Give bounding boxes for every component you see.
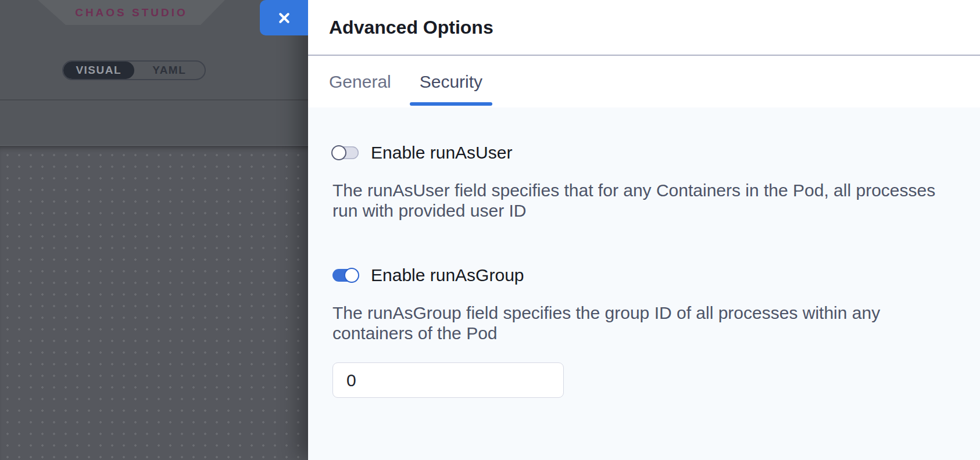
chaos-studio-backdrop: CHAOS STUDIO VISUAL YAML bbox=[0, 0, 308, 460]
tab-general-label: General bbox=[329, 72, 391, 92]
run-as-group-input[interactable] bbox=[332, 362, 564, 398]
tab-security[interactable]: Security bbox=[410, 56, 492, 107]
yaml-mode-label: YAML bbox=[152, 64, 186, 77]
close-drawer-button[interactable] bbox=[260, 0, 308, 35]
advanced-options-drawer: Advanced Options General Security Enable… bbox=[308, 0, 980, 460]
section-spacer bbox=[332, 221, 956, 265]
close-icon bbox=[276, 10, 292, 26]
chaos-studio-banner: CHAOS STUDIO bbox=[38, 0, 225, 25]
header-divider bbox=[0, 99, 308, 100]
visual-mode-tab[interactable]: VISUAL bbox=[63, 62, 134, 79]
drawer-title: Advanced Options bbox=[329, 17, 493, 38]
run-as-group-row: Enable runAsGroup bbox=[332, 265, 956, 285]
run-as-user-row: Enable runAsUser bbox=[332, 143, 956, 163]
yaml-mode-tab[interactable]: YAML bbox=[134, 62, 205, 79]
toggle-knob bbox=[331, 145, 346, 160]
visual-mode-label: VISUAL bbox=[76, 64, 121, 77]
screen: CHAOS STUDIO VISUAL YAML Advanced Option… bbox=[0, 0, 980, 460]
run-as-user-label: Enable runAsUser bbox=[371, 143, 512, 163]
chaos-studio-title: CHAOS STUDIO bbox=[75, 6, 188, 19]
run-as-group-label: Enable runAsGroup bbox=[371, 265, 524, 285]
security-tab-panel: Enable runAsUser The runAsUser field spe… bbox=[308, 107, 980, 460]
run-as-group-toggle[interactable] bbox=[332, 269, 359, 282]
visual-yaml-toggle: VISUAL YAML bbox=[62, 60, 206, 80]
tab-security-label: Security bbox=[420, 72, 482, 92]
drawer-tabbar: General Security bbox=[308, 56, 980, 107]
drawer-header: Advanced Options bbox=[308, 0, 980, 56]
run-as-user-toggle[interactable] bbox=[332, 146, 359, 159]
run-as-group-description: The runAsGroup field specifies the group… bbox=[332, 303, 943, 343]
toggle-knob bbox=[344, 268, 359, 283]
workflow-canvas[interactable] bbox=[0, 145, 308, 460]
tab-general[interactable]: General bbox=[329, 56, 391, 107]
run-as-user-description: The runAsUser field specifies that for a… bbox=[332, 180, 943, 221]
